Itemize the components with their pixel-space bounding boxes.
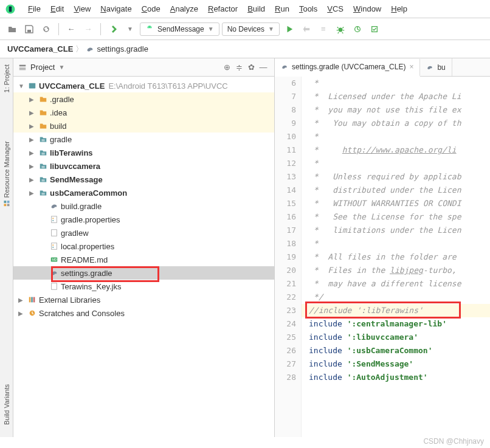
svg-rect-25: [52, 244, 53, 246]
menu-analyze[interactable]: Analyze: [165, 2, 203, 16]
menu-run[interactable]: Run: [270, 2, 294, 16]
code-line[interactable]: * limitations under the Licen: [302, 224, 490, 237]
code-line[interactable]: include ':libuvccamera': [302, 331, 490, 344]
editor-tab-settings-gradle[interactable]: settings.gradle (UVCCamera_CLE) ×: [275, 59, 420, 77]
tree-item[interactable]: local.properties: [13, 240, 274, 253]
code-line[interactable]: * Unless required by applicab: [302, 170, 490, 184]
code-line[interactable]: * Files in the libjpeg-turbo,: [302, 264, 490, 277]
tree-item[interactable]: settings.gradle: [13, 266, 274, 280]
hide-icon[interactable]: —: [257, 63, 269, 72]
breadcrumb-file[interactable]: settings.gradle: [97, 44, 148, 53]
line-number: 10: [275, 130, 296, 143]
tree-item[interactable]: ▶gradle: [13, 133, 274, 146]
apply-changes-icon[interactable]: [299, 22, 314, 36]
dropdown-icon[interactable]: ▼: [123, 22, 137, 36]
menu-file[interactable]: File: [23, 2, 46, 16]
menu-navigate[interactable]: Navigate: [95, 2, 136, 16]
tool-project-tab[interactable]: 1: Project: [3, 64, 10, 92]
code-line[interactable]: include ':AutoAdjustment': [302, 371, 490, 384]
tree-item[interactable]: ▶libTerawins: [13, 146, 274, 159]
menu-refactor[interactable]: Refactor: [203, 2, 243, 16]
settings-icon[interactable]: ✿: [245, 63, 257, 72]
tree-item[interactable]: ▶usbCameraCommon: [13, 186, 274, 199]
apply-code-icon[interactable]: ≡: [316, 22, 331, 36]
code-line[interactable]: include ':SendMessage': [302, 357, 490, 371]
code-line[interactable]: * may have a different license: [302, 277, 490, 291]
code-line[interactable]: * See the License for the spe: [302, 210, 490, 224]
breadcrumb-root[interactable]: UVCCamera_CLE: [7, 44, 73, 53]
code-line[interactable]: //include ':libTerawins': [302, 304, 490, 317]
profile-button[interactable]: [350, 22, 365, 36]
editor-body[interactable]: 6789101112131415161718192021222324252627…: [275, 77, 490, 437]
coverage-button[interactable]: [367, 22, 382, 36]
open-icon[interactable]: [5, 22, 19, 36]
menu-tools[interactable]: Tools: [294, 2, 322, 16]
tree-item[interactable]: Terawins_Key.jks: [13, 280, 274, 293]
tree-item[interactable]: ▶libuvccamera: [13, 159, 274, 173]
chevron-right-icon: ▶: [29, 96, 38, 103]
expand-icon[interactable]: ≑: [233, 63, 245, 72]
back-icon[interactable]: ←: [64, 22, 78, 36]
tree-root[interactable]: ▼ UVCCamera_CLE E:\Android T613\T613 APP…: [13, 79, 274, 92]
device-selector[interactable]: No Devices ▼: [222, 22, 280, 36]
code-line[interactable]: include ':usbCameraCommon': [302, 344, 490, 357]
line-number: 23: [275, 304, 296, 317]
sync-icon[interactable]: [39, 22, 53, 36]
menu-help[interactable]: Help: [386, 2, 412, 16]
svg-rect-22: [52, 220, 53, 221]
run-button[interactable]: [282, 22, 297, 36]
tree-item-label: gradle.properties: [61, 215, 120, 224]
tree-item[interactable]: MDREADME.md: [13, 253, 274, 266]
target-icon[interactable]: ⊕: [221, 63, 233, 72]
code-line[interactable]: *: [302, 77, 490, 90]
code-line[interactable]: * distributed under the Licen: [302, 184, 490, 197]
tree-item[interactable]: gradlew: [13, 226, 274, 240]
tree-item[interactable]: ▶SendMessage: [13, 173, 274, 186]
debug-button[interactable]: [333, 22, 348, 36]
project-view-selector[interactable]: Project ▼: [18, 63, 221, 72]
menu-build[interactable]: Build: [243, 2, 270, 16]
code-line[interactable]: * Licensed under the Apache Li: [302, 90, 490, 103]
close-icon[interactable]: ×: [409, 63, 413, 71]
code-line[interactable]: * WITHOUT WARRANTIES OR CONDI: [302, 197, 490, 210]
svg-rect-32: [33, 297, 35, 303]
code-line[interactable]: * You may obtain a copy of th: [302, 117, 490, 130]
code-line[interactable]: * http://www.apache.org/li: [302, 143, 490, 157]
project-tree[interactable]: ▼ UVCCamera_CLE E:\Android T613\T613 APP…: [13, 77, 274, 437]
svg-point-3: [148, 26, 149, 27]
menu-vcs[interactable]: VCS: [322, 2, 348, 16]
svg-rect-21: [52, 218, 53, 219]
code-line[interactable]: include ':centralmanager-lib': [302, 317, 490, 331]
tree-root-path: E:\Android T613\T613 APP\UVCC: [108, 81, 227, 91]
editor-tab-other[interactable]: bu: [420, 58, 452, 76]
tree-scratches[interactable]: ▶ Scratches and Consoles: [13, 306, 274, 320]
folder-teal-icon: [38, 135, 49, 143]
tree-item[interactable]: gradle.properties: [13, 213, 274, 226]
svg-text:MD: MD: [52, 258, 57, 261]
menu-window[interactable]: Window: [348, 2, 386, 16]
svg-point-4: [150, 26, 151, 27]
code-line[interactable]: * All files in the folder are: [302, 250, 490, 264]
code-line[interactable]: *: [302, 130, 490, 143]
forward-icon[interactable]: →: [81, 22, 95, 36]
tree-external-libraries[interactable]: ▶ External Libraries: [13, 293, 274, 306]
code-area[interactable]: * * Licensed under the Apache Li * you m…: [302, 77, 490, 437]
code-line[interactable]: *: [302, 237, 490, 250]
tree-item[interactable]: ▶.gradle: [13, 92, 274, 106]
code-line[interactable]: */: [302, 291, 490, 304]
menu-view[interactable]: View: [69, 2, 95, 16]
menu-edit[interactable]: Edit: [46, 2, 69, 16]
tool-build-variants-tab[interactable]: Build Variants: [3, 384, 10, 425]
run-config-selector[interactable]: SendMessage ▼: [140, 22, 219, 36]
tree-item[interactable]: build.gradle: [13, 199, 274, 213]
save-icon[interactable]: [22, 22, 36, 36]
code-line[interactable]: *: [302, 157, 490, 170]
tree-item[interactable]: ▶.idea: [13, 106, 274, 119]
tree-item[interactable]: ▶build: [13, 119, 274, 133]
tree-item-label: .idea: [50, 108, 67, 117]
tool-resmgr-tab[interactable]: Resource Manager: [3, 141, 10, 207]
menu-code[interactable]: Code: [137, 2, 165, 16]
build-icon[interactable]: [106, 22, 120, 36]
chevron-right-icon: ▶: [29, 136, 38, 143]
code-line[interactable]: * you may not use this file ex: [302, 103, 490, 117]
